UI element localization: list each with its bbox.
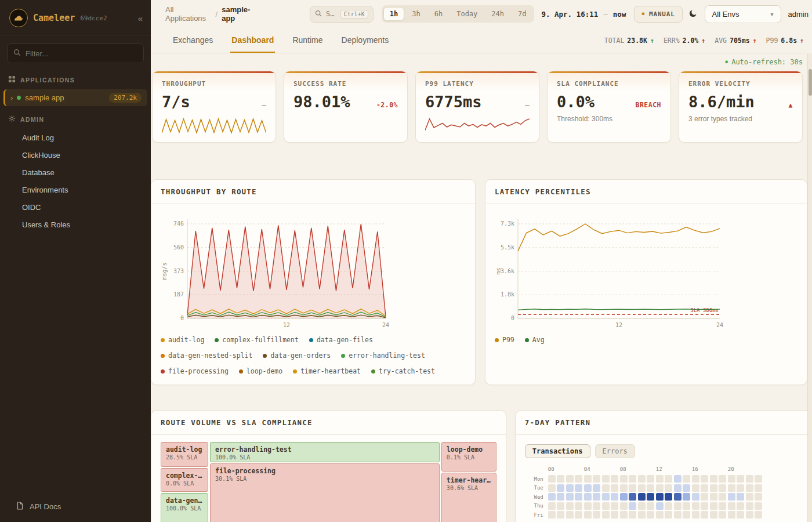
global-search[interactable]: S… Ctrl+K — [310, 6, 374, 23]
heatmap-cell — [593, 511, 600, 519]
date-range[interactable]: 9. Apr. 16:11 — now — [541, 10, 626, 19]
toggle-transactions[interactable]: Transactions — [525, 444, 590, 458]
throughput-chart: 01873735607461224msg/s — [161, 210, 393, 329]
svg-text:ms: ms — [495, 267, 502, 274]
heatmap-cell — [575, 475, 582, 483]
heatmap-cell — [548, 475, 556, 483]
heatmap-cell — [728, 502, 735, 510]
heatmap-cell — [620, 511, 628, 519]
panel-throughput-by-route: THROUGHPUT BY ROUTE 01873735607461224msg… — [151, 179, 476, 385]
tab-runtime[interactable]: Runtime — [291, 28, 324, 53]
heatmap-cell — [674, 493, 682, 501]
heatmap-cell — [692, 511, 699, 519]
api-docs-link[interactable]: API Docs — [0, 494, 151, 522]
heatmap-cell — [656, 502, 664, 510]
heatmap-cell — [692, 493, 699, 501]
legend-item-data-gen-nested-split[interactable]: data-gen-nested-split — [161, 351, 252, 360]
treemap-box-error-handling-test[interactable]: error-handling-test100.0% SLA — [210, 442, 440, 462]
stat-avg: AVG705ms↑ — [715, 37, 756, 45]
toggle-errors[interactable]: Errors — [595, 444, 635, 458]
breadcrumb: All Applications / sample-app — [165, 5, 260, 23]
scrollbar-thumb[interactable] — [809, 69, 812, 96]
sidebar-item-oidc[interactable]: OIDC — [0, 198, 151, 216]
treemap-box-loop-demo[interactable]: loop-demo0.1% SLA — [441, 442, 496, 472]
range-24h[interactable]: 24h — [485, 7, 510, 21]
status-dot-green — [17, 96, 21, 100]
arrow-up-icon: ↑ — [753, 37, 757, 45]
sidebar-collapse-button[interactable]: « — [138, 13, 143, 23]
heatmap-row-Mon: Mon — [525, 474, 802, 484]
legend-item-Avg[interactable]: Avg — [525, 336, 545, 344]
range-3h[interactable]: 3h — [405, 7, 426, 21]
sidebar-item-sample-app[interactable]: › sample app 207.2k — [3, 89, 147, 106]
heatmap-cell — [719, 493, 726, 501]
legend-item-P99[interactable]: P99 — [495, 336, 514, 344]
env-select[interactable]: All Envs ▾ — [705, 5, 781, 23]
dark-mode-toggle[interactable] — [688, 9, 698, 20]
weekly-heatmap: 000408121620MonTueWedThuFri — [525, 465, 802, 520]
treemap-box-audit-log[interactable]: audit-log28.5% SLA — [161, 442, 208, 467]
svg-text:msg/s: msg/s — [161, 262, 168, 280]
sidebar-item-clickhouse[interactable]: ClickHouse — [0, 146, 151, 164]
legend-item-try-catch-test[interactable]: try-catch-test — [371, 367, 435, 375]
heatmap-cell — [557, 511, 564, 519]
sidebar-item-environments[interactable]: Environments — [0, 181, 151, 198]
legend-item-data-gen-files[interactable]: data-gen-files — [309, 336, 373, 344]
filter-input[interactable] — [26, 49, 137, 58]
sidebar-filter[interactable] — [7, 44, 144, 63]
treemap-box-file-processing[interactable]: file-processing30.1% SLA — [210, 463, 440, 522]
range-7d[interactable]: 7d — [512, 7, 532, 21]
range-today[interactable]: Today — [450, 7, 484, 21]
heatmap-cell — [638, 502, 646, 510]
legend-item-audit-log[interactable]: audit-log — [161, 336, 204, 344]
treemap-box-data-gen-files[interactable]: data-gen-files100.0% SLA — [161, 493, 208, 522]
heatmap-cell — [701, 511, 708, 519]
treemap-box-timer-heartbeat[interactable]: timer-heartbeat30.6% SLA — [441, 473, 496, 522]
svg-text:187: 187 — [173, 291, 184, 298]
heatmap-cell — [602, 511, 610, 519]
sidebar-item-database[interactable]: Database — [0, 164, 151, 181]
user-menu[interactable]: admin — [788, 10, 809, 19]
heatmap-cell — [611, 484, 618, 492]
treemap-box-complex-fulfillment[interactable]: complex-fulfillment0.0% SLA — [161, 468, 208, 492]
page-scrollbar[interactable] — [807, 54, 812, 522]
kpi-value: 6775ms — [425, 93, 482, 111]
heatmap-cell — [566, 484, 574, 492]
heatmap-cell — [557, 502, 564, 510]
legend-item-timer-heartbeat[interactable]: timer-heartbeat — [293, 367, 361, 375]
heatmap-cell — [737, 502, 744, 510]
stat-p99: P996.8s↑ — [766, 37, 804, 45]
heatmap-cell — [620, 502, 628, 510]
legend-item-file-processing[interactable]: file-processing — [161, 367, 229, 375]
manual-refresh-button[interactable]: ● MANUAL — [634, 6, 682, 23]
sidebar-item-users-roles[interactable]: Users & Roles — [0, 216, 151, 233]
heatmap-cell — [746, 502, 753, 510]
heatmap-cell — [755, 484, 762, 492]
tab-dashboard[interactable]: Dashboard — [230, 28, 275, 53]
camel-logo-icon — [9, 9, 28, 27]
panel-title: LATENCY PERCENTILES — [485, 180, 807, 204]
heatmap-cell — [728, 493, 735, 501]
kpi-delta: – — [525, 100, 530, 109]
legend-item-complex-fulfillment[interactable]: complex-fulfillment — [215, 336, 299, 344]
apps-grid-icon — [8, 75, 16, 84]
sidebar-item-audit-log[interactable]: Audit Log — [0, 129, 151, 146]
tab-exchanges[interactable]: Exchanges — [172, 28, 214, 53]
legend-item-data-gen-orders[interactable]: data-gen-orders — [263, 351, 331, 360]
heatmap-cell — [593, 502, 600, 510]
sidebar-header: Cameleer 69dcce2 « — [0, 0, 151, 35]
chevron-right-icon: › — [10, 94, 13, 102]
heatmap-cell — [629, 475, 636, 483]
auto-refresh-indicator: ● Auto-refresh: 30s — [151, 53, 812, 71]
heatmap-cell — [656, 475, 664, 483]
heatmap-cell — [674, 475, 682, 483]
tab-deployments[interactable]: Deployments — [340, 28, 390, 53]
legend-item-loop-demo[interactable]: loop-demo — [239, 367, 282, 375]
range-1h[interactable]: 1h — [383, 7, 404, 21]
range-6h[interactable]: 6h — [428, 7, 449, 21]
breadcrumb-all-applications[interactable]: All Applications — [165, 5, 212, 23]
legend-item-error-handling-test[interactable]: error-handling-test — [341, 351, 425, 360]
search-text: S… — [326, 10, 334, 18]
heatmap-cell — [683, 502, 690, 510]
heatmap-cell — [710, 493, 717, 501]
